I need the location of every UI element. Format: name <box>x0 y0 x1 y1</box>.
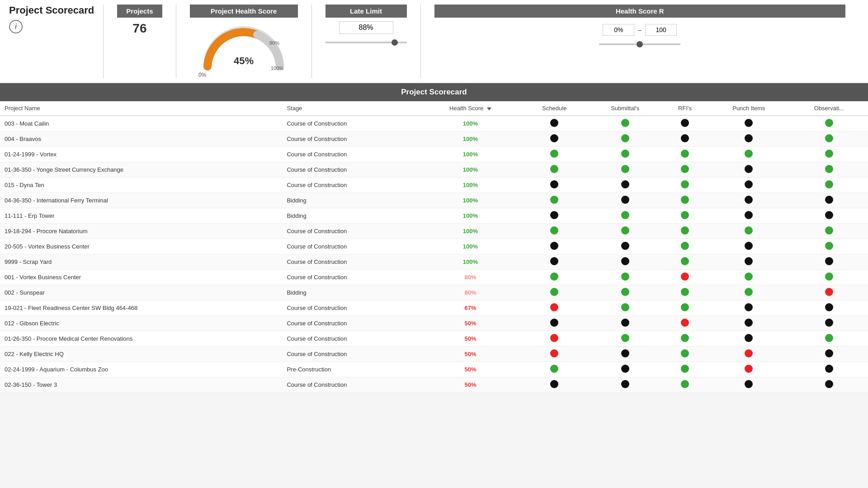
cell-observations <box>790 116 868 131</box>
col-punch-items[interactable]: Punch Items <box>708 101 790 116</box>
range-slider-container <box>599 39 680 47</box>
cell-health-score: 100% <box>420 162 521 178</box>
cell-punch-items <box>708 347 790 362</box>
cell-observations <box>790 377 868 393</box>
cell-schedule <box>521 131 588 147</box>
col-stage[interactable]: Stage <box>282 101 420 116</box>
cell-punch-items <box>708 224 790 239</box>
cell-project-name: 19-18-294 - Procore Natatorium <box>0 224 282 239</box>
table-row[interactable]: 01-36-350 - Yonge Street Currency Exchan… <box>0 162 868 178</box>
table-row[interactable]: 015 - Dyna Ten Course of Construction 10… <box>0 178 868 193</box>
cell-punch-items <box>708 208 790 224</box>
table-row[interactable]: 012 - Gibson Electric Course of Construc… <box>0 316 868 331</box>
cell-observations <box>790 239 868 254</box>
svg-text:100%: 100% <box>271 66 283 71</box>
cell-health-score: 100% <box>420 193 521 208</box>
cell-stage: Course of Construction <box>282 131 420 147</box>
info-icon[interactable]: i <box>9 20 23 33</box>
col-health-score[interactable]: Health Score <box>420 101 521 116</box>
cell-punch-items <box>708 178 790 193</box>
table-row[interactable]: 02-24-1999 - Aquarium - Columbus Zoo Pre… <box>0 362 868 377</box>
range-max-input[interactable] <box>645 24 677 36</box>
cell-stage: Course of Construction <box>282 224 420 239</box>
cell-schedule <box>521 116 588 131</box>
cell-punch-items <box>708 147 790 162</box>
cell-schedule <box>521 316 588 331</box>
late-limit-input[interactable] <box>339 21 393 34</box>
range-separator: – <box>638 26 642 33</box>
cell-observations <box>790 347 868 362</box>
cell-health-score: 80% <box>420 270 521 285</box>
cell-stage: Course of Construction <box>282 300 420 316</box>
cell-submittals <box>588 316 662 331</box>
col-project-name[interactable]: Project Name <box>0 101 282 116</box>
cell-health-score: 50% <box>420 362 521 377</box>
table-row[interactable]: 004 - Braavos Course of Construction 100… <box>0 131 868 147</box>
cell-observations <box>790 193 868 208</box>
cell-punch-items <box>708 316 790 331</box>
table-row[interactable]: 01-26-350 - Procore Medical Center Renov… <box>0 331 868 347</box>
gauge-chart: 45% 90% 100% <box>198 21 289 71</box>
cell-rfis <box>662 131 707 147</box>
table-row[interactable]: 04-36-350 - International Ferry Terminal… <box>0 193 868 208</box>
table-row[interactable]: 01-24-1999 - Vortex Course of Constructi… <box>0 147 868 162</box>
cell-stage: Course of Construction <box>282 270 420 285</box>
cell-project-name: 004 - Braavos <box>0 131 282 147</box>
cell-project-name: 001 - Vortex Business Center <box>0 270 282 285</box>
cell-schedule <box>521 224 588 239</box>
col-schedule[interactable]: Schedule <box>521 101 588 116</box>
cell-health-score: 50% <box>420 316 521 331</box>
cell-stage: Bidding <box>282 285 420 300</box>
cell-project-name: 20-505 - Vortex Business Center <box>0 239 282 254</box>
cell-punch-items <box>708 331 790 347</box>
cell-stage: Course of Construction <box>282 377 420 393</box>
cell-observations <box>790 162 868 178</box>
health-score-metric: Project Health Score 45% 90% 100% 0% <box>176 5 311 78</box>
cell-submittals <box>588 347 662 362</box>
range-min-input[interactable] <box>603 24 634 36</box>
health-score-label: Project Health Score <box>190 5 298 18</box>
cell-observations <box>790 285 868 300</box>
cell-project-name: 9999 - Scrap Yard <box>0 254 282 270</box>
cell-health-score: 80% <box>420 285 521 300</box>
table-title: Project Scorecard <box>0 83 868 101</box>
late-limit-slider[interactable] <box>326 42 407 43</box>
table-row[interactable]: 02-36-150 - Tower 3 Course of Constructi… <box>0 377 868 393</box>
table-row[interactable]: 19-021 - Fleet Readiness Center SW Bldg … <box>0 300 868 316</box>
range-slider[interactable] <box>599 43 680 45</box>
col-observations[interactable]: Observati... <box>790 101 868 116</box>
cell-project-name: 01-24-1999 - Vortex <box>0 147 282 162</box>
range-inputs: – <box>603 24 677 36</box>
table-row[interactable]: 19-18-294 - Procore Natatorium Course of… <box>0 224 868 239</box>
cell-project-name: 01-26-350 - Procore Medical Center Renov… <box>0 331 282 347</box>
table-row[interactable]: 003 - Moat Cailin Course of Construction… <box>0 116 868 131</box>
late-limit-metric: Late Limit <box>311 5 420 78</box>
health-score-sort-icon <box>487 108 491 110</box>
cell-rfis <box>662 347 707 362</box>
table-row[interactable]: 9999 - Scrap Yard Course of Construction… <box>0 254 868 270</box>
cell-punch-items <box>708 300 790 316</box>
cell-submittals <box>588 162 662 178</box>
table-row[interactable]: 002 - Sunspear Bidding 80% <box>0 285 868 300</box>
cell-punch-items <box>708 254 790 270</box>
cell-punch-items <box>708 285 790 300</box>
late-limit-label: Late Limit <box>326 5 407 18</box>
cell-observations <box>790 300 868 316</box>
table-row[interactable]: 20-505 - Vortex Business Center Course o… <box>0 239 868 254</box>
cell-submittals <box>588 254 662 270</box>
cell-submittals <box>588 270 662 285</box>
cell-project-name: 002 - Sunspear <box>0 285 282 300</box>
table-row[interactable]: 001 - Vortex Business Center Course of C… <box>0 270 868 285</box>
table-row[interactable]: 11-111 - Erp Tower Bidding 100% <box>0 208 868 224</box>
cell-project-name: 19-021 - Fleet Readiness Center SW Bldg … <box>0 300 282 316</box>
table-row[interactable]: 022 - Kelly Electric HQ Course of Constr… <box>0 347 868 362</box>
health-score-range-label: Health Score R <box>434 5 845 18</box>
col-rfis[interactable]: RFI's <box>662 101 707 116</box>
cell-rfis <box>662 162 707 178</box>
cell-observations <box>790 254 868 270</box>
col-submittals[interactable]: Submittal's <box>588 101 662 116</box>
cell-submittals <box>588 224 662 239</box>
cell-rfis <box>662 270 707 285</box>
title-block: Project Scorecard i <box>9 5 103 78</box>
late-limit-slider-container <box>326 38 407 45</box>
